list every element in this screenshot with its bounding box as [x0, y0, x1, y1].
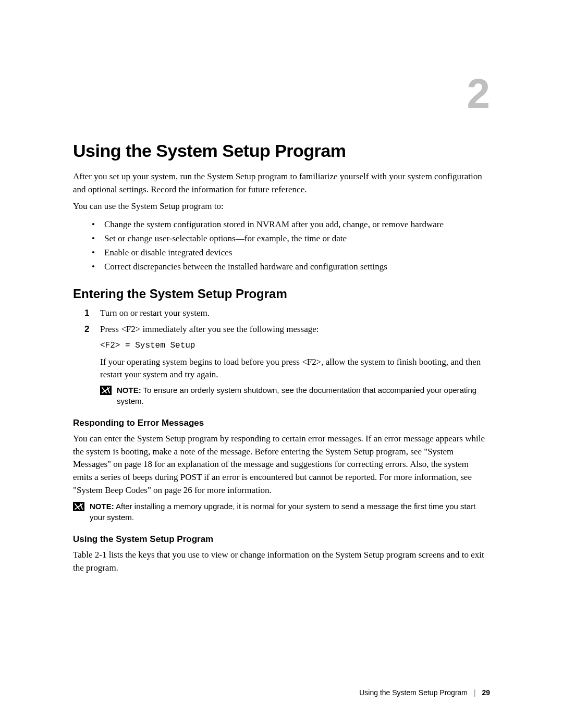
note-label: NOTE:: [117, 386, 141, 394]
list-item: Correct discrepancies between the instal…: [84, 260, 490, 274]
note-body: After installing a memory upgrade, it is…: [90, 502, 475, 522]
footer-separator: |: [474, 688, 476, 697]
steps-list: Turn on or restart your system. Press <F…: [73, 306, 490, 406]
note-icon: [100, 386, 112, 395]
chapter-title: Using the System Setup Program: [73, 141, 490, 161]
heading-using: Using the System Setup Program: [73, 534, 490, 545]
intro-paragraph-1: After you set up your system, run the Sy…: [73, 170, 490, 196]
list-item: Set or change user-selectable options—fo…: [84, 231, 490, 245]
footer-title: Using the System Setup Program: [359, 688, 468, 697]
intro-paragraph-2: You can use the System Setup program to:: [73, 200, 490, 213]
chapter-number: 2: [467, 73, 491, 115]
note-label: NOTE:: [90, 502, 114, 511]
list-item: Change the system configuration stored i…: [84, 217, 490, 231]
list-item: Enable or disable integrated devices: [84, 245, 490, 260]
step-item: Turn on or restart your system.: [79, 306, 490, 320]
page-number: 29: [482, 688, 490, 697]
using-paragraph: Table 2-1 lists the keys that you use to…: [73, 549, 490, 574]
responding-paragraph: You can enter the System Setup program b…: [73, 433, 490, 497]
note-body: To ensure an orderly system shutdown, se…: [117, 386, 476, 405]
step-item: Press <F2> immediately after you see the…: [79, 323, 490, 406]
page-footer: Using the System Setup Program | 29: [359, 688, 490, 697]
note-block: NOTE: To ensure an orderly system shutdo…: [100, 385, 490, 406]
document-page: 2 Using the System Setup Program After y…: [0, 0, 563, 728]
note-text: NOTE: To ensure an orderly system shutdo…: [117, 385, 490, 406]
heading-responding: Responding to Error Messages: [73, 418, 490, 428]
note-text: NOTE: After installing a memory upgrade,…: [90, 501, 490, 523]
step-text: Press <F2> immediately after you see the…: [100, 324, 319, 334]
note-block: NOTE: After installing a memory upgrade,…: [73, 501, 490, 523]
intro-bullet-list: Change the system configuration stored i…: [73, 217, 490, 274]
note-icon: [73, 502, 84, 511]
step-continuation: If your operating system begins to load …: [100, 356, 490, 381]
step-text: Turn on or restart your system.: [100, 308, 210, 318]
code-line: <F2> = System Setup: [100, 339, 490, 352]
heading-entering: Entering the System Setup Program: [73, 287, 490, 301]
